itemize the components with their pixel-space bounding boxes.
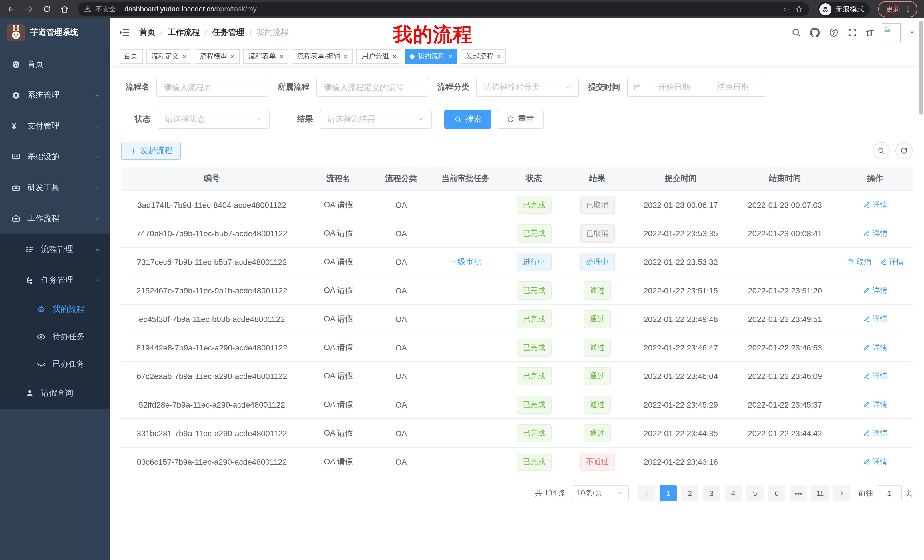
close-icon[interactable]: × bbox=[231, 53, 235, 60]
close-icon[interactable]: × bbox=[279, 53, 283, 60]
close-icon[interactable]: × bbox=[448, 53, 452, 60]
breadcrumb-item[interactable]: 任务管理 bbox=[213, 27, 244, 38]
page-button-5[interactable]: 5 bbox=[746, 485, 764, 501]
chevron-down-icon bbox=[94, 92, 100, 99]
app-title: 芋道管理系统 bbox=[30, 27, 78, 38]
logo-row[interactable]: 芋道管理系统 bbox=[0, 18, 110, 47]
caret-down-icon[interactable] bbox=[909, 30, 915, 35]
detail-link[interactable]: 详情 bbox=[863, 399, 888, 410]
page-button-4[interactable]: 4 bbox=[725, 485, 742, 501]
scrollbar[interactable] bbox=[920, 21, 923, 115]
tab-process-model[interactable]: 流程模型× bbox=[195, 49, 240, 64]
tab-process-form-edit[interactable]: 流程表单-编辑× bbox=[292, 49, 353, 64]
github-icon[interactable] bbox=[810, 27, 820, 38]
breadcrumb-item[interactable]: 首页 bbox=[140, 27, 155, 38]
process-name-input[interactable] bbox=[156, 78, 268, 97]
list-tree-icon bbox=[25, 245, 34, 254]
close-icon[interactable]: × bbox=[497, 53, 501, 60]
browser-update-button[interactable]: 更新 bbox=[878, 1, 917, 17]
category-select[interactable]: 请选择流程分类 bbox=[476, 78, 579, 97]
sidebar-item-home[interactable]: 首页 bbox=[0, 49, 110, 80]
show-search-button[interactable] bbox=[873, 142, 890, 159]
detail-link[interactable]: 详情 bbox=[863, 285, 888, 295]
table-row: 67c2eaab-7b9a-11ec-a290-acde48001122OA 请… bbox=[121, 362, 913, 391]
address-bar[interactable]: 不安全 dashboard.yudao.iocoder.cn/bpm/task/… bbox=[78, 2, 809, 16]
sidebar-item-label: 研发工具 bbox=[27, 183, 59, 193]
close-icon[interactable]: × bbox=[392, 53, 396, 60]
cell-category: OA bbox=[374, 448, 428, 476]
search-button[interactable]: 搜索 bbox=[444, 109, 491, 129]
sidebar-item-system-management[interactable]: 系统管理 bbox=[0, 80, 110, 111]
detail-link[interactable]: 详情 bbox=[863, 228, 888, 238]
sidebar-item-workflow[interactable]: 工作流程 bbox=[0, 203, 110, 234]
toolbox-icon bbox=[11, 183, 21, 192]
cell-end-time bbox=[732, 248, 838, 276]
status-tag: 已完成 bbox=[516, 452, 551, 471]
edit-icon bbox=[863, 229, 870, 237]
home-icon[interactable] bbox=[60, 4, 69, 14]
robot-icon bbox=[36, 305, 46, 314]
close-icon[interactable]: × bbox=[344, 53, 348, 60]
forward-icon[interactable] bbox=[24, 4, 34, 14]
page-button-11[interactable]: 11 bbox=[812, 485, 829, 501]
reset-button[interactable]: 重置 bbox=[497, 109, 544, 129]
tab-my-process[interactable]: 我的流程× bbox=[405, 49, 458, 64]
font-size-icon[interactable]: tT bbox=[866, 28, 873, 37]
sidebar-item-todo-tasks[interactable]: 待办任务 bbox=[0, 323, 110, 350]
refresh-table-button[interactable] bbox=[896, 142, 913, 159]
parent-process-input[interactable] bbox=[316, 78, 428, 97]
prev-page-button[interactable] bbox=[638, 485, 655, 501]
detail-link[interactable]: 详情 bbox=[863, 314, 888, 324]
task-link[interactable]: 一级审批 bbox=[449, 257, 482, 267]
pager-more-button[interactable]: ••• bbox=[790, 485, 807, 501]
detail-link[interactable]: 详情 bbox=[863, 371, 888, 381]
reload-icon[interactable] bbox=[42, 4, 51, 14]
page-button-6[interactable]: 6 bbox=[768, 485, 785, 501]
detail-link[interactable]: 详情 bbox=[863, 199, 888, 210]
cell-submit-time: 2022-01-22 23:43:16 bbox=[629, 448, 732, 476]
tab-home[interactable]: 首页 bbox=[119, 49, 143, 64]
sidebar-item-my-process[interactable]: 我的流程 bbox=[0, 296, 110, 323]
star-icon[interactable] bbox=[794, 4, 804, 14]
breadcrumb-item[interactable]: 工作流程 bbox=[168, 27, 200, 38]
page-size-select[interactable]: 10条/页 bbox=[572, 485, 629, 501]
sidebar-item-process-management[interactable]: 流程管理 bbox=[0, 234, 110, 265]
cancel-link[interactable]: 取消 bbox=[847, 257, 871, 267]
status-select[interactable]: 请选择状态 bbox=[158, 109, 270, 129]
close-icon[interactable]: × bbox=[182, 53, 186, 60]
tab-process-form[interactable]: 流程表单× bbox=[243, 49, 288, 64]
sidebar-item-label: 请假查询 bbox=[41, 388, 73, 398]
tab-process-definition[interactable]: 流程定义× bbox=[146, 49, 191, 64]
tab-start-process[interactable]: 发起流程× bbox=[461, 49, 506, 64]
page-button-1[interactable]: 1 bbox=[660, 485, 677, 501]
submit-time-range[interactable]: 开始日期 - 结束日期 bbox=[627, 78, 766, 97]
result-select[interactable]: 请选择流结果 bbox=[320, 109, 432, 129]
page-jump-input[interactable] bbox=[877, 485, 902, 501]
back-icon[interactable] bbox=[7, 4, 16, 14]
detail-link[interactable]: 详情 bbox=[879, 257, 904, 267]
next-page-button[interactable] bbox=[833, 485, 850, 501]
sidebar-item-payment-management[interactable]: ¥支付管理 bbox=[0, 111, 110, 142]
sidebar-item-leave-query[interactable]: 请假查询 bbox=[0, 378, 110, 409]
sidebar-item-infrastructure[interactable]: 基础设施 bbox=[0, 142, 110, 172]
detail-link[interactable]: 详情 bbox=[863, 428, 888, 438]
page-button-3[interactable]: 3 bbox=[703, 485, 720, 501]
detail-link[interactable]: 详情 bbox=[863, 457, 888, 467]
sidebar-item-dev-tools[interactable]: 研发工具 bbox=[0, 172, 110, 203]
start-process-button[interactable]: 发起流程 bbox=[121, 142, 181, 160]
tab-user-group[interactable]: 用户分组× bbox=[356, 49, 402, 64]
sidebar-item-task-management[interactable]: 任务管理 bbox=[0, 265, 110, 296]
sidebar-item-done-tasks[interactable]: 已办任务 bbox=[0, 350, 110, 378]
detail-link[interactable]: 详情 bbox=[863, 342, 888, 352]
result-tag: 通过 bbox=[584, 367, 611, 385]
sidebar-toggle-icon[interactable] bbox=[119, 27, 130, 38]
avatar[interactable] bbox=[882, 23, 901, 42]
search-icon[interactable] bbox=[791, 27, 801, 38]
help-icon[interactable] bbox=[829, 27, 839, 38]
key-icon[interactable] bbox=[782, 5, 790, 13]
dots-vertical-icon bbox=[904, 5, 912, 13]
page-button-2[interactable]: 2 bbox=[681, 485, 698, 501]
fullscreen-icon[interactable] bbox=[848, 27, 858, 38]
edit-icon bbox=[863, 201, 870, 208]
column-header: 当前审批任务 bbox=[428, 167, 502, 190]
